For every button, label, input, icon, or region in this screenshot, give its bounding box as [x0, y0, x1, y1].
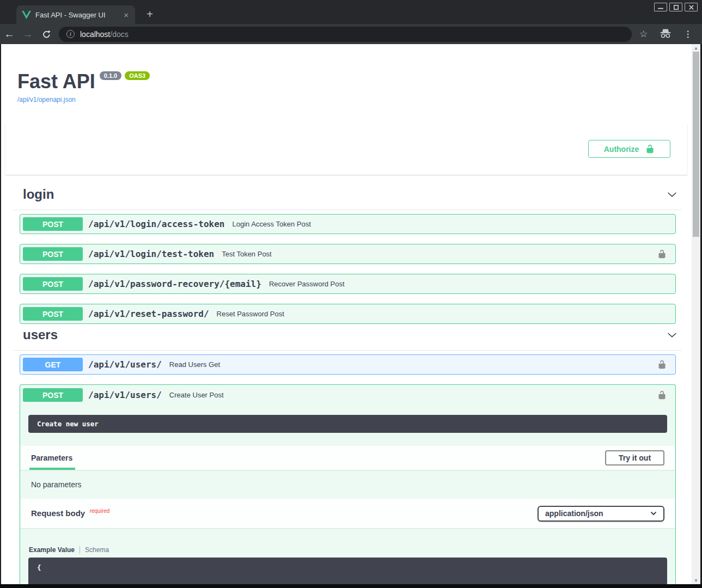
- parameters-tab[interactable]: Parameters: [31, 454, 72, 462]
- auth-lock-icon[interactable]: [657, 360, 667, 369]
- window-border-bottom: [0, 584, 702, 588]
- scrollbar-thumb[interactable]: [693, 52, 699, 237]
- endpoint-summary: Reset Password Post: [217, 310, 669, 318]
- close-button[interactable]: [685, 3, 698, 11]
- model-tabs: Example Value Schema: [29, 546, 675, 554]
- incognito-icon: [660, 28, 672, 40]
- endpoint-summary: Read Users Get: [169, 360, 657, 369]
- chevron-down-icon[interactable]: [667, 329, 677, 340]
- unlocked-padlock-icon: [645, 144, 655, 154]
- section-title: login: [23, 187, 54, 202]
- endpoint-row[interactable]: POST /api/v1/users/ Create User Post: [20, 385, 675, 405]
- endpoint-summary: Create User Post: [169, 391, 657, 399]
- required-flag: required: [90, 508, 110, 514]
- window-controls: [654, 3, 698, 11]
- version-badge: 0.1.0: [100, 71, 121, 80]
- new-tab-button[interactable]: +: [143, 7, 157, 21]
- close-tab-icon[interactable]: ×: [123, 11, 130, 19]
- endpoint-path: /api/v1/login/access-token: [88, 219, 224, 229]
- forward-icon[interactable]: →: [19, 28, 37, 40]
- url-bar[interactable]: i localhost/docs: [59, 27, 632, 42]
- bookmark-star-icon[interactable]: ☆: [639, 28, 648, 40]
- fastapi-favicon-icon: [22, 11, 31, 19]
- request-body-header: Request body required application/json: [20, 499, 675, 528]
- try-it-out-button[interactable]: Try it out: [605, 450, 664, 465]
- url-text[interactable]: localhost/docs: [80, 30, 129, 39]
- authorize-button[interactable]: Authorize: [588, 140, 670, 158]
- http-method-badge: POST: [23, 277, 83, 291]
- expanded-endpoint-block: POST /api/v1/users/ Create User Post Cre…: [20, 384, 676, 584]
- scrollbar[interactable]: ▲ ▼: [692, 44, 700, 584]
- tab-divider: [80, 546, 80, 554]
- url-host: localhost: [80, 30, 110, 39]
- chevron-down-icon[interactable]: [667, 189, 677, 200]
- scroll-up-icon[interactable]: ▲: [692, 44, 700, 52]
- section-title: users: [23, 327, 58, 342]
- endpoint-row[interactable]: POST /api/v1/password-recovery/{email} R…: [20, 274, 676, 294]
- endpoint-path: /api/v1/users/: [88, 390, 162, 400]
- auth-lock-icon[interactable]: [657, 390, 667, 400]
- swagger-page: Fast API 0.1.0 OAS3 /api/v1/openapi.json…: [1, 44, 692, 584]
- http-method-badge: GET: [23, 358, 83, 371]
- browser-window: Fast API - Swagger UI × + ← → i localhos…: [0, 0, 702, 588]
- endpoint-summary: Login Access Token Post: [232, 220, 669, 228]
- maximize-button[interactable]: [669, 3, 682, 11]
- operations-users: GET /api/v1/users/ Read Users Get: [20, 354, 676, 375]
- api-info: Fast API 0.1.0 OAS3 /api/v1/openapi.json: [17, 70, 692, 104]
- select-chevron-icon: [650, 511, 657, 516]
- tab-bar: Fast API - Swagger UI × +: [0, 0, 702, 24]
- http-method-badge: POST: [23, 388, 83, 402]
- api-title-text: Fast API: [17, 70, 95, 93]
- auth-lock-icon[interactable]: [657, 249, 667, 259]
- endpoint-row[interactable]: GET /api/v1/users/ Read Users Get: [20, 354, 676, 375]
- authorize-label: Authorize: [604, 145, 639, 154]
- operations-login: POST /api/v1/login/access-token Login Ac…: [20, 214, 676, 324]
- browser-tab[interactable]: Fast API - Swagger UI ×: [16, 5, 135, 24]
- media-type-select[interactable]: application/json: [538, 506, 664, 522]
- page-title: Fast API 0.1.0 OAS3: [17, 70, 692, 93]
- http-method-badge: POST: [23, 217, 83, 231]
- example-code-block[interactable]: {: [28, 558, 667, 584]
- section-header-users[interactable]: users: [13, 324, 682, 351]
- minimize-button[interactable]: [654, 3, 667, 11]
- oas3-badge: OAS3: [125, 71, 150, 80]
- request-body-label: Request body: [31, 509, 85, 518]
- endpoint-summary: Test Token Post: [222, 250, 657, 258]
- browser-toolbar: ← → i localhost/docs ☆ ⋮: [0, 24, 702, 44]
- section-header-login[interactable]: login: [13, 175, 682, 210]
- tab-schema[interactable]: Schema: [85, 546, 109, 554]
- back-icon[interactable]: ←: [0, 28, 19, 40]
- browser-menu-icon[interactable]: ⋮: [683, 29, 692, 39]
- toolbar-actions: ☆ ⋮: [639, 28, 692, 40]
- media-type-value: application/json: [545, 509, 603, 518]
- reload-icon[interactable]: [37, 28, 56, 40]
- site-info-icon[interactable]: i: [66, 30, 75, 38]
- endpoint-path: /api/v1/password-recovery/{email}: [88, 279, 261, 289]
- parameters-header: Parameters Try it out: [20, 446, 675, 470]
- scheme-container: Authorize: [5, 124, 687, 175]
- endpoint-summary: Recover Password Post: [269, 280, 669, 288]
- operation-description: Create new user: [28, 415, 667, 433]
- tab-example-value[interactable]: Example Value: [29, 546, 75, 554]
- endpoint-path: /api/v1/login/test-token: [88, 249, 214, 259]
- scroll-down-icon[interactable]: ▼: [692, 577, 700, 584]
- url-path: /docs: [110, 30, 128, 39]
- http-method-badge: POST: [23, 307, 83, 321]
- no-parameters-text: No parameters: [20, 470, 675, 499]
- endpoint-row[interactable]: POST /api/v1/reset-password/ Reset Passw…: [20, 304, 676, 324]
- endpoint-row[interactable]: POST /api/v1/login/test-token Test Token…: [20, 244, 676, 264]
- http-method-badge: POST: [23, 247, 83, 261]
- endpoint-path: /api/v1/reset-password/: [88, 309, 209, 319]
- openapi-spec-link[interactable]: /api/v1/openapi.json: [17, 96, 76, 103]
- tab-title: Fast API - Swagger UI: [35, 11, 118, 19]
- endpoint-row[interactable]: POST /api/v1/login/access-token Login Ac…: [20, 214, 676, 234]
- active-tab-underline: [29, 468, 75, 470]
- endpoint-path: /api/v1/users/: [88, 359, 162, 370]
